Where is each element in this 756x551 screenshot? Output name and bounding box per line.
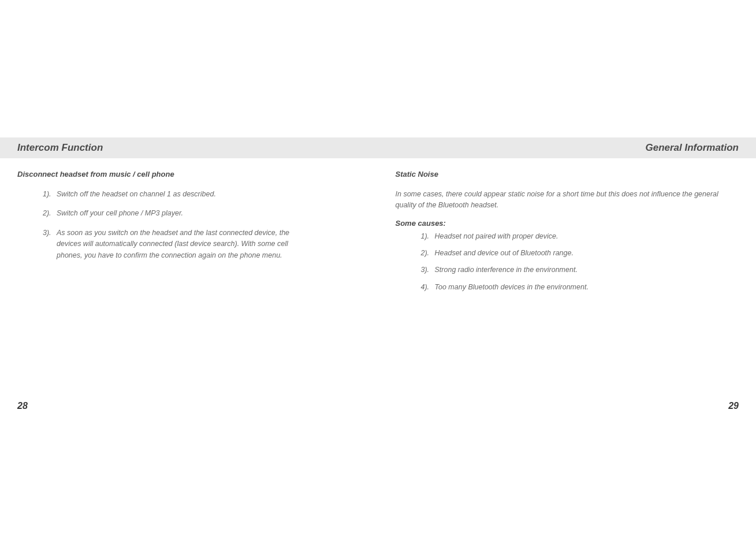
page-spread: Intercom Function Disconnect headset fro…	[0, 0, 756, 551]
left-page-number: 28	[17, 401, 28, 411]
list-text: Headset and device out of Bluetooth rang…	[435, 248, 739, 259]
left-page: Intercom Function Disconnect headset fro…	[0, 0, 378, 551]
left-header-band: Intercom Function	[0, 137, 378, 158]
list-number: 1).	[421, 231, 435, 242]
disconnect-list: 1). Switch off the headset on channel 1 …	[17, 189, 361, 261]
list-item: 3). As soon as you switch on the headset…	[43, 228, 361, 261]
list-item: 4). Too many Bluetooth devices in the en…	[421, 282, 739, 293]
right-page: General Information Static Noise In some…	[378, 0, 757, 551]
right-page-number: 29	[728, 401, 739, 411]
list-text: Strong radio interference in the environ…	[435, 265, 739, 276]
list-text: Headset not paired with proper device.	[435, 231, 739, 242]
right-content: Static Noise In some cases, there could …	[378, 137, 757, 293]
list-item: 1). Switch off the headset on channel 1 …	[43, 189, 361, 200]
list-number: 2).	[43, 208, 57, 219]
left-header-title: Intercom Function	[17, 142, 103, 154]
list-number: 1).	[43, 189, 57, 200]
list-text: Too many Bluetooth devices in the enviro…	[435, 282, 739, 293]
list-text: Switch off the headset on channel 1 as d…	[57, 189, 361, 200]
right-header-title: General Information	[645, 142, 739, 154]
left-subheading: Disconnect headset from music / cell pho…	[17, 170, 361, 178]
list-item: 1). Headset not paired with proper devic…	[421, 231, 739, 242]
list-item: 2). Switch off your cell phone / MP3 pla…	[43, 208, 361, 219]
causes-heading: Some causes:	[396, 219, 739, 228]
list-number: 4).	[421, 282, 435, 293]
right-intro: In some cases, there could appear static…	[396, 189, 739, 211]
list-text: As soon as you switch on the headset and…	[57, 228, 361, 261]
list-number: 3).	[421, 265, 435, 276]
list-number: 2).	[421, 248, 435, 259]
list-text: Switch off your cell phone / MP3 player.	[57, 208, 361, 219]
right-subheading: Static Noise	[396, 170, 739, 178]
list-item: 3). Strong radio interference in the env…	[421, 265, 739, 276]
right-header-band: General Information	[378, 137, 757, 158]
list-item: 2). Headset and device out of Bluetooth …	[421, 248, 739, 259]
causes-list: 1). Headset not paired with proper devic…	[396, 231, 739, 293]
list-number: 3).	[43, 228, 57, 261]
